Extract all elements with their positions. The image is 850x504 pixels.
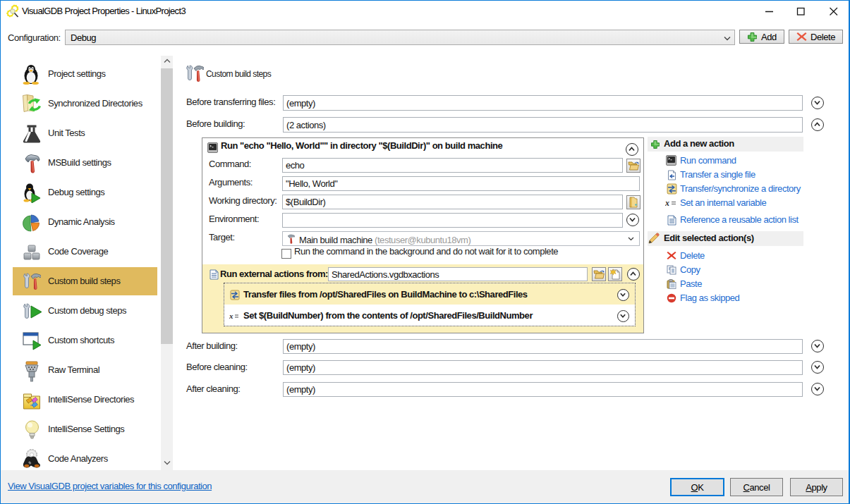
svg-text:x: x bbox=[229, 312, 233, 319]
svg-text:x: x bbox=[665, 199, 669, 207]
